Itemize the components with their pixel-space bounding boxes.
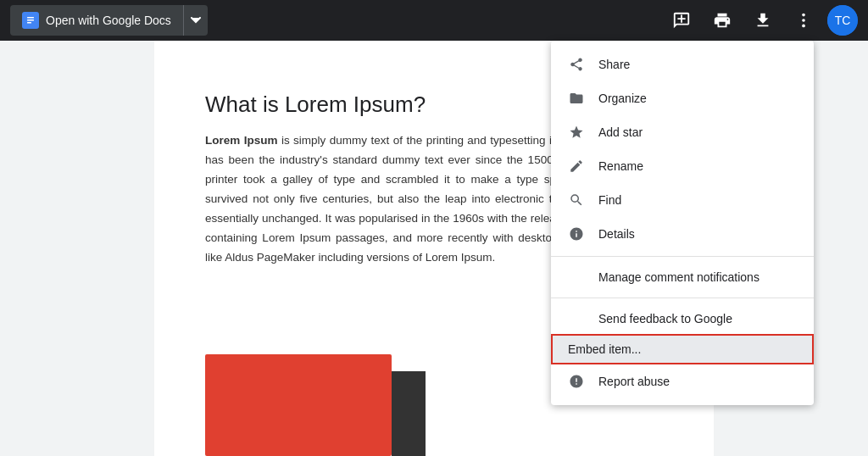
menu-divider-2 — [551, 298, 814, 298]
svg-rect-2 — [27, 19, 34, 21]
open-with-google-docs-button[interactable]: Open with Google Docs — [10, 5, 183, 36]
menu-item-details[interactable]: Details — [551, 217, 814, 251]
menu-item-embed[interactable]: Embed item... — [551, 334, 814, 364]
share-icon — [568, 56, 585, 73]
svg-point-6 — [802, 25, 805, 28]
svg-rect-3 — [27, 22, 31, 24]
dropdown-menu: Share Organize Add star Rename — [551, 41, 814, 405]
star-icon — [568, 124, 585, 141]
rename-icon — [568, 158, 585, 175]
open-with-label: Open with Google Docs — [46, 14, 171, 27]
menu-divider-1 — [551, 256, 814, 257]
menu-item-add-star[interactable]: Add star — [551, 115, 814, 149]
svg-point-4 — [802, 14, 805, 17]
document-image — [205, 337, 426, 456]
menu-item-find[interactable]: Find — [551, 183, 814, 217]
menu-item-organize[interactable]: Organize — [551, 81, 814, 115]
organize-icon — [568, 90, 585, 107]
find-label: Find — [598, 193, 621, 207]
menu-item-send-feedback[interactable]: Send feedback to Google — [551, 303, 814, 334]
menu-item-rename[interactable]: Rename — [551, 149, 814, 183]
send-feedback-label: Send feedback to Google — [598, 312, 732, 325]
details-icon — [568, 225, 585, 242]
menu-item-share[interactable]: Share — [551, 47, 814, 81]
topbar-left: Open with Google Docs — [10, 5, 208, 36]
image-red-shape — [205, 354, 392, 456]
open-with-dropdown-button[interactable] — [183, 5, 208, 36]
svg-point-5 — [802, 19, 805, 22]
topbar-right: TC — [665, 3, 858, 37]
avatar[interactable]: TC — [827, 5, 858, 36]
lorem-ipsum-bold: Lorem Ipsum — [205, 134, 277, 147]
menu-item-report-abuse[interactable]: Report abuse — [551, 364, 814, 398]
details-label: Details — [598, 227, 635, 241]
share-label: Share — [598, 58, 630, 71]
rename-label: Rename — [598, 159, 643, 173]
add-comment-button[interactable] — [665, 3, 698, 37]
more-options-button[interactable] — [787, 3, 821, 37]
manage-notifications-label: Manage comment notifications — [598, 270, 760, 284]
svg-rect-1 — [27, 17, 34, 19]
find-icon — [568, 192, 585, 209]
report-abuse-icon — [568, 373, 585, 390]
organize-label: Organize — [598, 92, 647, 105]
add-star-label: Add star — [598, 125, 643, 139]
svg-text:TC: TC — [835, 14, 851, 27]
embed-item-label: Embed item... — [568, 342, 641, 356]
report-abuse-label: Report abuse — [598, 375, 670, 388]
topbar: Open with Google Docs — [0, 0, 868, 41]
google-docs-icon — [22, 12, 39, 29]
download-button[interactable] — [746, 3, 780, 37]
menu-item-manage-notifications[interactable]: Manage comment notifications — [551, 262, 814, 292]
image-dark-shape — [392, 371, 426, 456]
print-button[interactable] — [705, 3, 739, 37]
